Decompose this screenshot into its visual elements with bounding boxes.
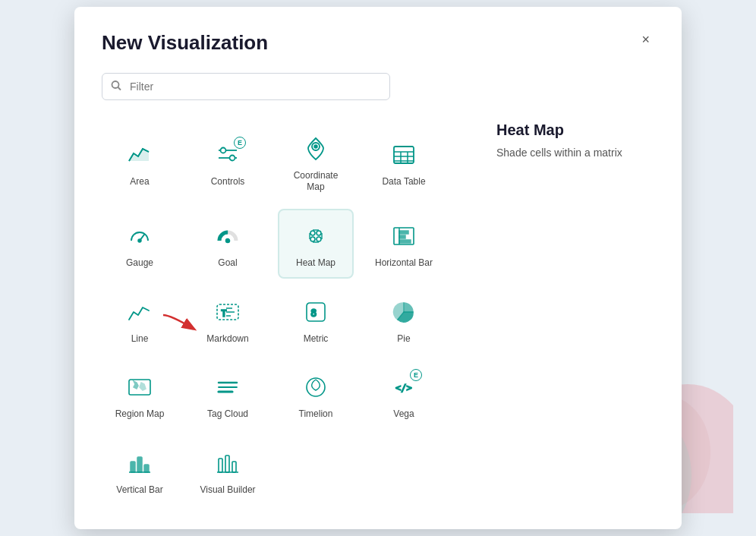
svg-rect-32 [399, 235, 405, 238]
viz-label-region-map: Region Map [115, 408, 165, 421]
viz-item-vertical-bar[interactable]: Vertical Bar [102, 436, 178, 506]
data-table-icon [389, 140, 419, 170]
detail-title: Heat Map [496, 121, 654, 139]
svg-rect-33 [399, 240, 411, 243]
svg-rect-31 [399, 231, 408, 234]
viz-label-tag-cloud: Tag Cloud [207, 408, 248, 421]
svg-point-22 [317, 231, 321, 235]
svg-rect-51 [219, 459, 222, 472]
metric-icon: 8 [301, 297, 331, 327]
viz-label-vertical-bar: Vertical Bar [116, 484, 162, 497]
viz-label-data-table: Data Table [382, 176, 425, 188]
search-icon [111, 80, 121, 93]
viz-item-data-table[interactable]: Data Table [366, 121, 442, 203]
svg-point-11 [314, 145, 317, 148]
viz-label-controls: Controls [211, 176, 245, 188]
svg-line-4 [118, 87, 121, 90]
badge-experimental: E [234, 137, 246, 149]
viz-item-markdown[interactable]: T Markdown [190, 285, 266, 355]
svg-point-3 [112, 81, 119, 88]
viz-label-metric: Metric [304, 333, 329, 345]
filter-wrapper [102, 73, 654, 100]
viz-item-coordinate-map[interactable]: Coordinate Map [278, 121, 354, 203]
viz-label-timelion: Timelion [299, 408, 333, 421]
controls-icon: E [213, 140, 243, 170]
viz-label-goal: Goal [218, 257, 237, 270]
viz-label-horizontal-bar: Horizontal Bar [375, 257, 433, 270]
tag-cloud-icon [213, 372, 243, 402]
vertical-bar-icon [124, 448, 155, 478]
viz-item-pie[interactable]: Pie [366, 285, 442, 355]
horizontal-bar-icon [389, 221, 419, 251]
svg-rect-52 [225, 456, 229, 472]
svg-text:T: T [221, 307, 227, 319]
filter-input[interactable] [102, 73, 390, 100]
viz-label-gauge: Gauge [126, 257, 153, 270]
viz-item-horizontal-bar[interactable]: Horizontal Bar [366, 209, 442, 279]
svg-point-20 [226, 238, 230, 242]
area-icon [124, 140, 155, 170]
viz-item-line[interactable]: Line [102, 285, 178, 355]
viz-label-visual-builder: Visual Builder [200, 484, 255, 497]
detail-description: Shade cells within a matrix [496, 145, 654, 161]
svg-text:</>: </> [395, 383, 412, 393]
viz-label-area: Area [130, 176, 149, 188]
viz-item-gauge[interactable]: Gauge [102, 209, 178, 279]
viz-item-vega[interactable]: E </> Vega [366, 360, 442, 430]
viz-item-region-map[interactable]: Region Map [102, 360, 178, 430]
viz-label-vega: Vega [393, 408, 414, 421]
svg-point-23 [310, 237, 315, 241]
line-icon [124, 297, 155, 327]
viz-item-goal[interactable]: Goal [190, 209, 266, 279]
svg-point-9 [230, 155, 235, 160]
heat-map-icon [301, 221, 331, 251]
new-visualization-modal: New Visualization × Ar [74, 7, 682, 530]
viz-item-area[interactable]: Area [102, 121, 178, 203]
viz-label-heat-map: Heat Map [296, 257, 335, 270]
viz-label-coordinate-map: Coordinate Map [285, 170, 346, 194]
svg-point-45 [307, 378, 325, 396]
viz-label-line: Line [131, 333, 149, 345]
viz-item-timelion[interactable]: Timelion [278, 360, 354, 430]
viz-item-tag-cloud[interactable]: Tag Cloud [190, 360, 266, 430]
region-map-icon [124, 372, 155, 402]
badge-experimental-vega: E [410, 369, 422, 381]
viz-item-controls[interactable]: E Controls [190, 121, 266, 203]
markdown-icon: T [213, 297, 243, 327]
svg-point-21 [310, 231, 315, 235]
goal-icon [213, 221, 243, 251]
svg-text:8: 8 [310, 307, 317, 319]
svg-rect-49 [144, 465, 149, 472]
viz-label-pie: Pie [397, 333, 410, 345]
viz-item-metric[interactable]: 8 Metric [278, 285, 354, 355]
pie-icon [389, 297, 419, 327]
svg-point-24 [317, 237, 321, 241]
timelion-icon [301, 372, 331, 402]
svg-rect-47 [131, 462, 135, 472]
viz-item-heat-map[interactable]: Heat Map [278, 209, 354, 279]
vega-icon: E </> [389, 372, 419, 402]
modal-title: New Visualization [102, 31, 268, 55]
svg-point-19 [138, 239, 141, 242]
modal-body: Area E Controls Coordinate Map [102, 121, 654, 506]
svg-rect-48 [137, 457, 142, 472]
modal-header: New Visualization × [102, 31, 654, 55]
modal-overlay: New Visualization × Ar [0, 0, 756, 536]
svg-point-7 [221, 147, 226, 153]
close-button[interactable]: × [637, 31, 654, 48]
detail-panel: Heat Map Shade cells within a matrix [472, 121, 654, 506]
viz-item-visual-builder[interactable]: Visual Builder [190, 436, 266, 506]
gauge-icon [124, 221, 155, 251]
visualization-grid: Area E Controls Coordinate Map [102, 121, 472, 506]
coordinate-map-icon [301, 134, 331, 164]
visual-builder-icon [213, 448, 243, 478]
viz-label-markdown: Markdown [206, 333, 248, 345]
svg-rect-53 [232, 462, 236, 472]
